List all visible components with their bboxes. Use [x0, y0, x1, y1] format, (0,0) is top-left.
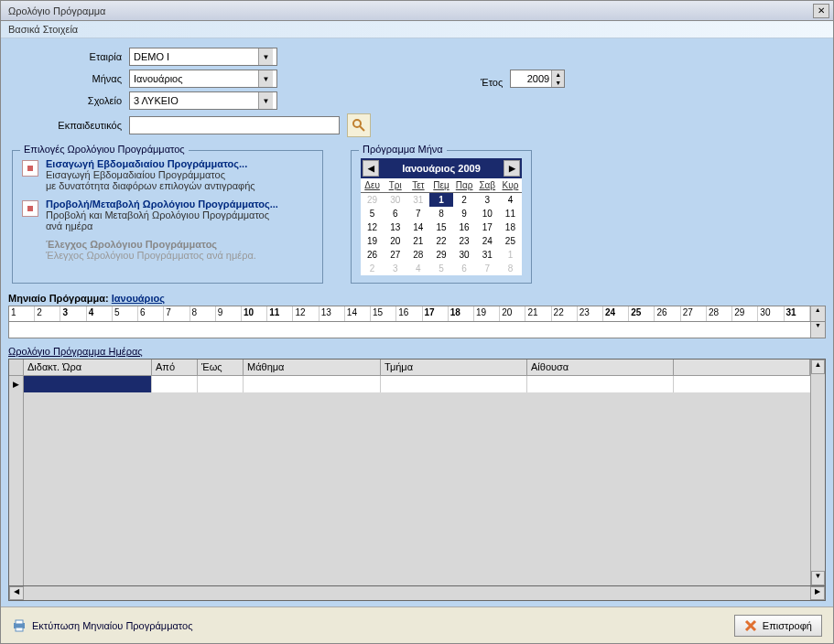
calendar-day[interactable]: 21 [406, 234, 429, 248]
calendar-day[interactable]: 27 [384, 248, 406, 262]
day-cell[interactable]: 30 [758, 306, 784, 321]
calendar-day[interactable]: 31 [476, 248, 499, 262]
calendar-day[interactable]: 6 [384, 207, 406, 220]
day-cell[interactable]: 13 [320, 306, 345, 321]
day-cell[interactable]: 21 [525, 306, 551, 321]
monthly-month-link[interactable]: Ιανουάριος [112, 293, 165, 304]
day-cell[interactable]: 5 [113, 306, 138, 321]
calendar-day[interactable]: 5 [429, 262, 452, 275]
school-dropdown[interactable]: 3 ΛΥΚΕΙΟ ▼ [129, 91, 277, 110]
day-cell[interactable]: 6 [138, 306, 164, 321]
calendar-day[interactable]: 23 [453, 234, 476, 248]
col-from[interactable]: Από [152, 360, 198, 375]
year-spin-up[interactable]: ▲ [551, 70, 564, 79]
grid-scroll-down[interactable]: ▼ [811, 571, 825, 585]
day-cell[interactable]: 31 [785, 306, 810, 321]
option-import-weekly[interactable]: Εισαγωγή Εβδομαδιαίου Προγράμματος... [46, 158, 255, 169]
calendar-day[interactable]: 25 [499, 234, 522, 248]
grid-scroll-right[interactable]: ▶ [810, 586, 825, 600]
calendar-day[interactable]: 15 [429, 220, 452, 234]
day-cell[interactable]: 29 [732, 306, 758, 321]
day-cell[interactable]: 12 [293, 306, 319, 321]
grid-scroll-left[interactable]: ◀ [9, 586, 24, 600]
day-cell[interactable]: 20 [500, 306, 525, 321]
strip-scroll-up[interactable]: ▲ [811, 306, 825, 321]
calendar-day[interactable]: 4 [499, 193, 522, 208]
calendar-day[interactable]: 31 [406, 193, 429, 208]
close-button[interactable]: ✕ [813, 4, 829, 18]
strip-scroll-down[interactable]: ▼ [811, 322, 825, 338]
calendar-day[interactable]: 12 [361, 220, 384, 234]
calendar-day[interactable]: 22 [429, 234, 452, 248]
calendar-day[interactable]: 1 [499, 248, 522, 262]
col-teaching-hour[interactable]: Διδακτ. Ώρα [24, 360, 152, 375]
day-cell[interactable]: 11 [267, 306, 293, 321]
day-cell[interactable]: 3 [60, 306, 86, 321]
calendar-prev[interactable]: ◀ [363, 160, 379, 177]
calendar-day[interactable]: 4 [406, 262, 429, 275]
calendar-day[interactable]: 20 [384, 234, 406, 248]
calendar-day[interactable]: 6 [453, 262, 476, 275]
month-dropdown[interactable]: Ιανουάριος ▼ [129, 70, 277, 88]
day-cell[interactable]: 24 [603, 306, 629, 321]
day-cell[interactable]: 9 [216, 306, 242, 321]
grid-scroll-up[interactable]: ▲ [811, 360, 825, 374]
calendar-day[interactable]: 19 [361, 234, 384, 248]
calendar-day[interactable]: 5 [361, 207, 384, 220]
calendar-day[interactable]: 17 [476, 220, 499, 234]
calendar-day[interactable]: 3 [384, 262, 406, 275]
calendar-day[interactable]: 16 [453, 220, 476, 234]
company-dropdown[interactable]: DEMO I ▼ [129, 48, 277, 66]
day-cell[interactable]: 7 [164, 306, 190, 321]
calendar-day[interactable]: 7 [406, 207, 429, 220]
day-cell[interactable]: 2 [35, 306, 60, 321]
day-cell[interactable]: 8 [190, 306, 216, 321]
calendar-day[interactable]: 28 [406, 248, 429, 262]
calendar-day[interactable]: 29 [361, 193, 384, 208]
calendar-day[interactable]: 13 [384, 220, 406, 234]
calendar-day[interactable]: 26 [361, 248, 384, 262]
col-subject[interactable]: Μάθημα [244, 360, 381, 375]
calendar-day[interactable]: 3 [476, 193, 499, 208]
calendar-day[interactable]: 7 [476, 262, 499, 275]
day-cell[interactable]: 19 [474, 306, 500, 321]
calendar-day[interactable]: 8 [499, 262, 522, 275]
day-cell[interactable]: 18 [449, 306, 474, 321]
day-cell[interactable]: 28 [707, 306, 732, 321]
print-monthly-link[interactable]: Εκτύπωση Μηνιαίου Προγράμματος [12, 618, 192, 633]
day-cell[interactable]: 1 [9, 306, 35, 321]
year-input[interactable]: 2009 ▲ ▼ [510, 70, 565, 88]
day-cell[interactable]: 4 [87, 306, 113, 321]
day-cell[interactable]: 27 [681, 306, 707, 321]
search-button[interactable] [347, 113, 371, 137]
calendar-day[interactable]: 1 [429, 193, 452, 208]
calendar-day[interactable]: 2 [361, 262, 384, 275]
calendar-day[interactable]: 30 [384, 193, 406, 208]
teacher-input[interactable] [129, 116, 340, 134]
day-cell[interactable]: 23 [578, 306, 603, 321]
day-cell[interactable]: 10 [242, 306, 267, 321]
calendar-day[interactable]: 11 [499, 207, 522, 220]
day-cell[interactable]: 22 [552, 306, 578, 321]
calendar-day[interactable]: 8 [429, 207, 452, 220]
calendar-next[interactable]: ▶ [504, 160, 520, 177]
calendar-day[interactable]: 9 [453, 207, 476, 220]
col-class[interactable]: Τμήμα [381, 360, 527, 375]
day-cell[interactable]: 16 [396, 306, 422, 321]
day-cell[interactable]: 26 [655, 306, 680, 321]
day-cell[interactable]: 14 [345, 306, 371, 321]
calendar-day[interactable]: 2 [453, 193, 476, 208]
table-row[interactable] [24, 376, 810, 392]
calendar-day[interactable]: 10 [476, 207, 499, 220]
calendar-day[interactable]: 18 [499, 220, 522, 234]
col-to[interactable]: Έως [198, 360, 244, 375]
back-button[interactable]: Επιστροφή [734, 615, 822, 637]
day-cell[interactable]: 15 [371, 306, 396, 321]
day-cell[interactable]: 25 [629, 306, 655, 321]
day-cell[interactable]: 17 [423, 306, 449, 321]
year-spin-down[interactable]: ▼ [551, 79, 564, 87]
calendar-day[interactable]: 30 [453, 248, 476, 262]
calendar-day[interactable]: 24 [476, 234, 499, 248]
option-view-edit[interactable]: Προβολή/Μεταβολή Ωρολόγιου Προγράμματος.… [46, 199, 278, 209]
col-room[interactable]: Αίθουσα [527, 360, 674, 375]
